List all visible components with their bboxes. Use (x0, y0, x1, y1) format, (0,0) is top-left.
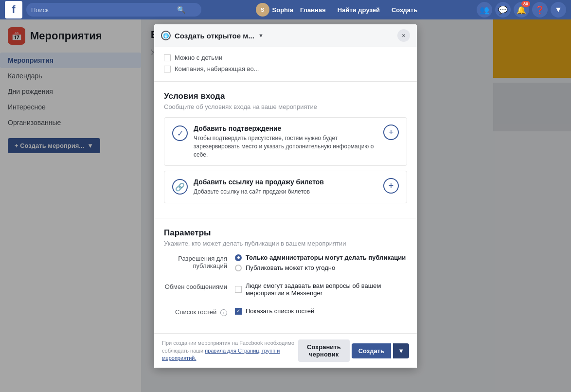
footer-terms: При создании мероприятия на Facebook нео… (162, 339, 298, 362)
add-confirmation-button[interactable]: + (383, 125, 399, 140)
save-draft-button[interactable]: Сохранить черновик (298, 339, 350, 362)
modal-header: 🌐 Создать открытое м... ▼ × (154, 24, 417, 47)
modal-footer: При создании мероприятия на Facebook нео… (154, 333, 417, 368)
guest-list-label-wrap: Список гостей i (164, 307, 227, 316)
messaging-row: Обмен сообщениями Люди смогут задавать в… (164, 282, 407, 300)
modal-overlay: 🌐 Создать открытое м... ▼ × Можно с деть… (0, 19, 571, 392)
permissions-options: Только администраторы могут делать публи… (235, 254, 407, 274)
menu-arrow-btn[interactable]: ▼ (551, 2, 566, 18)
permissions-label: Разрешения для публикаций (164, 254, 227, 269)
footer-buttons: Сохранить черновик Создать ▼ (298, 339, 409, 362)
nav-right-icons: 👥 💬 🔔 80 ❓ ▼ (477, 2, 566, 18)
create-event-dropdown-button[interactable]: ▼ (393, 343, 409, 358)
radio-admins-only-label: Только администраторы могут делать публи… (246, 254, 406, 261)
create-event-submit-button[interactable]: Создать (352, 343, 391, 358)
option-tickets-title: Добавить ссылку на продажу билетов (194, 178, 377, 186)
checkbox-row-company: Компания, набирающая во... (164, 63, 407, 74)
modal-title-text: Создать открытое м... (175, 32, 254, 40)
search-icon: 🔍 (177, 6, 185, 14)
facebook-logo[interactable]: f (5, 1, 22, 18)
conditions-title: Условия входа (164, 91, 407, 101)
notification-badge: 80 (521, 1, 530, 7)
messaging-label: Обмен сообщениями (164, 282, 227, 290)
modal-title-dropdown-icon[interactable]: ▼ (258, 33, 264, 38)
guest-list-label: Список гостей (175, 308, 216, 316)
nav-center: S Sophia Главная Найти друзей Создать (201, 3, 477, 17)
guest-list-row: Список гостей i ✓ Показать список гостей (164, 307, 407, 318)
checkbox-row-children: Можно с детьми (164, 52, 407, 63)
checkbox-company[interactable] (164, 66, 171, 72)
modal-title-area: 🌐 Создать открытое м... ▼ (161, 31, 264, 40)
radio-admins-only[interactable] (235, 254, 242, 261)
conditions-subtitle: Сообщите об условиях входа на ваше мероп… (164, 103, 407, 110)
top-checkbox-section: Можно с детьми Компания, набирающая во..… (154, 47, 417, 79)
option-card-tickets: 🔗 Добавить ссылку на продажу билетов Доб… (164, 171, 407, 203)
footer-terms-link[interactable]: правила для Страниц, групп и мероприятий… (162, 348, 280, 361)
checkbox-company-label: Компания, набирающая во... (175, 65, 259, 72)
avatar: S (256, 3, 269, 17)
option-confirmation-desc: Чтобы подтвердить присутствие, гостям ну… (194, 134, 377, 159)
permissions-row: Разрешения для публикаций Только админис… (164, 254, 407, 274)
guest-list-option-label: Показать список гостей (246, 307, 314, 315)
notifications-icon-btn[interactable]: 🔔 80 (514, 2, 529, 18)
user-name-label: Sophia (272, 6, 293, 14)
people-icon-btn[interactable]: 👥 (477, 2, 492, 18)
nav-user-profile[interactable]: S Sophia (256, 3, 293, 17)
guest-list-options: ✓ Показать список гостей (235, 307, 407, 318)
divider-1 (154, 81, 417, 82)
modal-close-button[interactable]: × (397, 29, 410, 42)
option-confirmation-text: Добавить подтверждение Чтобы подтвердить… (194, 125, 377, 159)
messaging-checkbox[interactable] (235, 286, 242, 293)
nav-link-home[interactable]: Главная (295, 6, 331, 14)
create-event-modal: 🌐 Создать открытое м... ▼ × Можно с деть… (154, 24, 417, 368)
checkbox-children[interactable] (164, 54, 171, 61)
search-bar[interactable]: 🔍 (26, 3, 201, 17)
radio-anyone[interactable] (235, 265, 242, 271)
confirmation-check-icon: ✓ (172, 125, 188, 141)
radio-anyone-label: Публиковать может кто угодно (246, 264, 335, 271)
add-ticket-button[interactable]: + (383, 178, 399, 194)
params-title: Параметры (164, 228, 407, 238)
option-tickets-desc: Добавьте ссылку на сайт продажи билетов (194, 188, 377, 196)
info-icon[interactable]: i (220, 309, 227, 316)
messaging-checkbox-row: Люди смогут задавать вам вопросы об ваше… (235, 282, 407, 297)
modal-body[interactable]: Можно с детьми Компания, набирающая во..… (154, 47, 417, 333)
help-icon-btn[interactable]: ❓ (532, 2, 548, 18)
ticket-link-icon: 🔗 (172, 179, 188, 195)
checkbox-children-label: Можно с детьми (175, 54, 222, 61)
option-card-confirmation: ✓ Добавить подтверждение Чтобы подтверди… (164, 117, 407, 166)
messaging-option-label: Люди смогут задавать вам вопросы об ваше… (246, 282, 407, 297)
params-subtitle: Укажите, кто может делать публикации в в… (164, 240, 407, 247)
conditions-section: Условия входа Сообщите об условиях входа… (154, 84, 417, 216)
divider-2 (154, 218, 417, 218)
top-navigation: f 🔍 S Sophia Главная Найти друзей Создат… (0, 0, 571, 19)
nav-link-friends[interactable]: Найти друзей (333, 6, 385, 14)
search-input[interactable] (31, 6, 177, 14)
option-confirmation-title: Добавить подтверждение (194, 125, 377, 132)
guest-list-checkbox-row: ✓ Показать список гостей (235, 307, 407, 315)
nav-link-create[interactable]: Создать (387, 6, 422, 14)
messaging-options: Люди смогут задавать вам вопросы об ваше… (235, 282, 407, 300)
option-tickets-text: Добавить ссылку на продажу билетов Добав… (194, 178, 377, 196)
messenger-icon-btn[interactable]: 💬 (495, 2, 511, 18)
params-section: Параметры Укажите, кто может делать публ… (154, 220, 417, 333)
radio-row-anyone[interactable]: Публиковать может кто угодно (235, 264, 407, 271)
radio-row-admins-only[interactable]: Только администраторы могут делать публи… (235, 254, 407, 261)
globe-icon: 🌐 (161, 31, 171, 40)
guest-list-checkbox[interactable]: ✓ (235, 308, 242, 315)
